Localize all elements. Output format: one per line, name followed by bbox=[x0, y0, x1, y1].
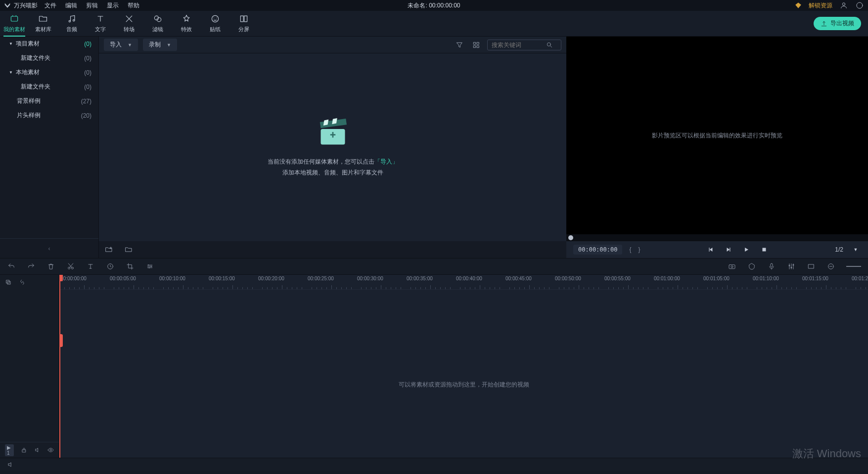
import-link[interactable]: 「导入」 bbox=[374, 158, 398, 165]
search-icon[interactable] bbox=[546, 42, 553, 48]
tab-effects[interactable]: 特效 bbox=[172, 11, 201, 36]
tab-audio[interactable]: 音频 bbox=[57, 11, 86, 36]
sidebar-item-count: (0) bbox=[84, 84, 91, 90]
ruler-segment[interactable]: 00:00:30:00 bbox=[356, 275, 406, 289]
ruler-segment[interactable]: 00:00:25:00 bbox=[307, 275, 356, 289]
link-icon[interactable] bbox=[19, 279, 26, 286]
grid-view-icon[interactable] bbox=[470, 39, 482, 51]
search-input[interactable] bbox=[492, 42, 546, 48]
sidebar-item-folder-2[interactable]: 新建文件夹 (0) bbox=[0, 80, 98, 94]
zoom-out-button[interactable] bbox=[826, 262, 835, 271]
eye-icon[interactable] bbox=[47, 447, 54, 453]
cut-button[interactable] bbox=[66, 262, 75, 271]
copy-icon[interactable] bbox=[5, 279, 12, 286]
ruler-segment[interactable]: 00:00:50:00 bbox=[554, 275, 603, 289]
ruler-segment[interactable]: 00:00:05:00 bbox=[109, 275, 158, 289]
menu-edit[interactable]: 编辑 bbox=[65, 1, 77, 10]
export-button[interactable]: 导出视频 bbox=[814, 17, 861, 30]
tab-split-screen[interactable]: 分屏 bbox=[229, 11, 258, 36]
unlock-resources-link[interactable]: 解锁资源 bbox=[809, 1, 832, 10]
preview-scale[interactable]: 1/2 bbox=[835, 246, 843, 253]
ruler-segment[interactable]: 00:00:45:00 bbox=[504, 275, 554, 289]
ruler-segment[interactable]: 00:00:10:00 bbox=[158, 275, 208, 289]
ruler-segment[interactable]: 00:00:20:00 bbox=[257, 275, 307, 289]
ruler-segment[interactable]: 00:01:00:00 bbox=[653, 275, 702, 289]
ruler-segment[interactable]: 00:01:05:00 bbox=[702, 275, 752, 289]
tab-titles[interactable]: 文字 bbox=[86, 11, 115, 36]
sidebar-item-label: 新建文件夹 bbox=[21, 54, 50, 62]
seek-thumb[interactable] bbox=[568, 235, 573, 240]
svg-point-3 bbox=[69, 20, 70, 22]
menu-clip[interactable]: 剪辑 bbox=[86, 1, 98, 10]
diamond-icon[interactable] bbox=[795, 2, 802, 9]
tab-transitions[interactable]: 转场 bbox=[115, 11, 143, 36]
sidebar-collapse-toggle[interactable]: ‹ bbox=[0, 238, 98, 258]
next-frame-button[interactable] bbox=[723, 244, 734, 255]
ruler-segment[interactable]: 00:00:15:00 bbox=[208, 275, 257, 289]
sidebar-item-intro-samples[interactable]: 片头样例 (20) bbox=[0, 108, 98, 123]
sidebar-item-label: 本地素材 bbox=[16, 68, 40, 77]
menu-help[interactable]: 帮助 bbox=[128, 1, 139, 10]
speed-button[interactable] bbox=[106, 262, 115, 271]
filter-icon[interactable] bbox=[454, 39, 465, 51]
svg-point-24 bbox=[151, 266, 152, 267]
ruler-timecode: 00:00:35:00 bbox=[407, 276, 433, 281]
sidebar-item-local-media[interactable]: ▼本地素材 (0) bbox=[0, 65, 98, 80]
lock-icon[interactable] bbox=[21, 447, 27, 453]
audio-track-icon[interactable] bbox=[7, 461, 14, 468]
ruler-segment[interactable]: 00:00:35:00 bbox=[406, 275, 455, 289]
ratio-button[interactable] bbox=[807, 262, 816, 271]
menu-display[interactable]: 显示 bbox=[107, 1, 119, 10]
ruler-segment[interactable]: 00:01:20:00 bbox=[851, 275, 868, 289]
ruler-timecode: 00:00:30:00 bbox=[357, 276, 383, 281]
mute-icon[interactable] bbox=[34, 447, 41, 453]
ruler-segment[interactable]: 00:00:55:00 bbox=[603, 275, 653, 289]
ruler-timecode: 00:00:50:00 bbox=[555, 276, 581, 281]
snapshot-button[interactable] bbox=[728, 262, 736, 271]
sidebar-item-background-samples[interactable]: 背景样例 (27) bbox=[0, 94, 98, 108]
tab-filters[interactable]: 滤镜 bbox=[143, 11, 172, 36]
sidebar-item-folder-1[interactable]: 新建文件夹 (0) bbox=[0, 51, 98, 65]
tab-my-media[interactable]: 我的素材 bbox=[0, 11, 29, 36]
playhead-drag-handle[interactable] bbox=[59, 334, 63, 347]
ruler-segment[interactable]: 00:00:00:00 bbox=[59, 275, 109, 289]
mixer-button[interactable] bbox=[787, 262, 796, 271]
mark-in-button[interactable]: { bbox=[629, 246, 631, 253]
record-dropdown[interactable]: 录制 ▼ bbox=[143, 39, 177, 51]
search-box[interactable] bbox=[487, 40, 561, 50]
tab-stock-media[interactable]: 素材库 bbox=[29, 11, 57, 36]
chevron-down-icon: ▼ bbox=[9, 70, 13, 75]
voiceover-button[interactable] bbox=[767, 262, 776, 271]
undo-button[interactable] bbox=[7, 262, 16, 271]
status-bar bbox=[0, 458, 868, 471]
account-icon[interactable] bbox=[839, 1, 848, 10]
folder-icon[interactable] bbox=[125, 246, 133, 254]
prev-frame-button[interactable] bbox=[705, 244, 716, 255]
new-folder-icon[interactable] bbox=[105, 246, 113, 254]
timeline-ruler[interactable]: 00:00:00:0000:00:05:0000:00:10:0000:00:1… bbox=[59, 275, 868, 290]
info-icon[interactable] bbox=[855, 1, 864, 10]
ruler-segment[interactable]: 00:01:10:00 bbox=[752, 275, 801, 289]
mark-out-button[interactable]: } bbox=[639, 246, 640, 253]
chevron-down-icon[interactable]: ▼ bbox=[850, 244, 861, 255]
preview-seek-slider[interactable] bbox=[566, 234, 868, 241]
text-button[interactable] bbox=[86, 262, 95, 271]
timeline-tracks-area[interactable]: 00:00:00:0000:00:05:0000:00:10:0000:00:1… bbox=[59, 275, 868, 458]
media-drop-zone[interactable]: 当前没有添加任何媒体素材，您可以点击「导入」 添加本地视频、音频、图片和字幕文件 bbox=[99, 53, 566, 241]
import-dropdown[interactable]: 导入 ▼ bbox=[104, 39, 138, 51]
menu-file[interactable]: 文件 bbox=[45, 1, 56, 10]
adjust-button[interactable] bbox=[145, 262, 154, 271]
zoom-slider-handle[interactable] bbox=[846, 262, 861, 271]
tab-stickers[interactable]: 贴纸 bbox=[201, 11, 229, 36]
ruler-segment[interactable]: 00:01:15:00 bbox=[801, 275, 851, 289]
delete-button[interactable] bbox=[46, 262, 55, 271]
sidebar-item-project-media[interactable]: ▼项目素材 (0) bbox=[0, 37, 98, 51]
stop-button[interactable] bbox=[759, 244, 770, 255]
ruler-segment[interactable]: 00:00:40:00 bbox=[455, 275, 504, 289]
redo-button[interactable] bbox=[27, 262, 36, 271]
playhead[interactable] bbox=[59, 275, 60, 458]
svg-rect-26 bbox=[729, 265, 735, 269]
marker-button[interactable] bbox=[747, 262, 756, 271]
crop-button[interactable] bbox=[126, 262, 135, 271]
play-button[interactable] bbox=[741, 244, 752, 255]
